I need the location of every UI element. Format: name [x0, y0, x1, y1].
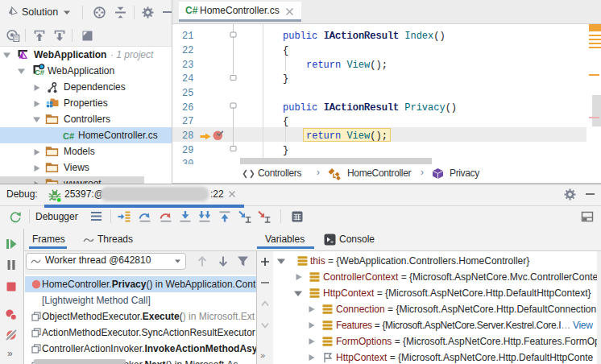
svg-text:C#: C#: [35, 68, 45, 77]
svg-text:C#: C#: [63, 131, 74, 141]
